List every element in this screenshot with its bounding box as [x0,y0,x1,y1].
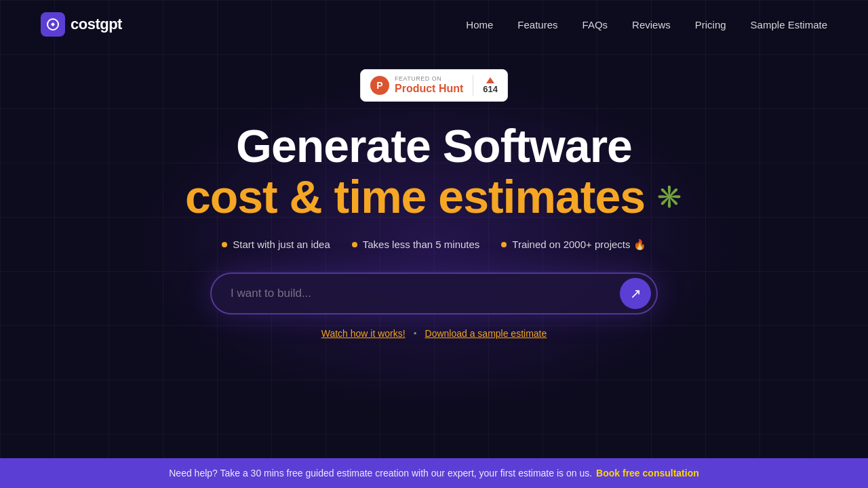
search-arrow-icon: ↗ [630,285,642,302]
ph-featured-text: FEATURED ON Product Hunt [395,76,463,94]
bullet-item-1: Start with just an idea [222,239,330,250]
nav-link-reviews[interactable]: Reviews [632,19,671,30]
ph-divider [473,75,473,96]
search-button[interactable]: ↗ [620,278,651,309]
navbar: costgpt Home Features FAQs Reviews Prici… [0,0,868,49]
ph-featured-label: FEATURED ON [395,76,463,83]
watch-link[interactable]: Watch how it works! [321,328,406,339]
bottom-banner: Need help? Take a 30 mins free guided es… [0,458,868,488]
bullet-item-2: Takes less than 5 minutes [352,239,480,250]
below-links: Watch how it works! ● Download a sample … [321,328,547,339]
nav-links: Home Features FAQs Reviews Pricing Sampl… [466,19,827,30]
ph-votes: 614 [483,77,498,94]
banner-text: Need help? Take a 30 mins free guided es… [169,468,592,479]
search-container: ↗ [210,272,658,314]
nav-link-features[interactable]: Features [517,19,557,30]
headline: Generate Software cost & time estimates … [185,121,683,222]
nav-link-pricing[interactable]: Pricing [695,19,726,30]
nav-link-home[interactable]: Home [466,19,493,30]
bullet-text-1: Start with just an idea [233,239,330,250]
ph-logo: P FEATURED ON Product Hunt [370,76,463,95]
nav-link-faqs[interactable]: FAQs [583,19,608,30]
bullet-dot-2 [352,242,357,247]
headline-line2-wrapper: cost & time estimates ✳️ [185,171,683,222]
feature-bullets: Start with just an idea Takes less than … [222,239,646,251]
bullet-dot-3 [501,242,507,247]
logo-text: costgpt [71,16,122,33]
search-input[interactable] [231,280,620,307]
headline-line2: cost & time estimates [185,171,645,222]
bullet-text-2: Takes less than 5 minutes [363,239,480,250]
ph-icon: P [370,76,389,95]
cursor-sparkle-icon: ✳️ [656,184,683,209]
download-link[interactable]: Download a sample estimate [425,328,547,339]
ph-upvote-arrow [486,77,494,83]
bullet-dot-1 [222,242,227,247]
logo-icon [41,12,65,37]
links-separator: ● [414,330,417,336]
nav-link-sample-estimate[interactable]: Sample Estimate [751,19,827,30]
banner-cta-link[interactable]: Book free consultation [596,468,699,479]
bullet-item-3: Trained on 2000+ projects 🔥 [501,239,646,251]
main-content: P FEATURED ON Product Hunt 614 Generate … [0,49,868,339]
ph-vote-count: 614 [483,84,498,94]
bullet-text-3: Trained on 2000+ projects 🔥 [512,239,646,251]
headline-line1: Generate Software [185,121,683,171]
product-hunt-badge[interactable]: P FEATURED ON Product Hunt 614 [360,69,508,102]
ph-product-name: Product Hunt [395,83,463,95]
logo[interactable]: costgpt [41,12,122,37]
